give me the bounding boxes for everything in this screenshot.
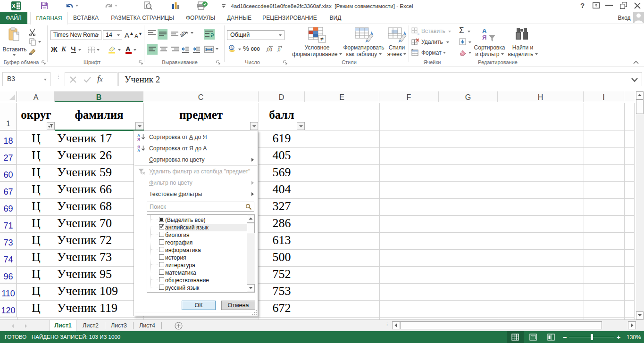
svg-text:А: А	[137, 148, 140, 152]
svg-text:≠: ≠	[320, 36, 324, 42]
svg-text:Я: Я	[482, 34, 486, 41]
svg-text:,0: ,0	[276, 47, 281, 52]
svg-text:$: $	[230, 46, 233, 50]
svg-text:Я: Я	[137, 137, 140, 141]
svg-text:А: А	[482, 27, 487, 34]
svg-text:,00: ,00	[266, 47, 272, 52]
